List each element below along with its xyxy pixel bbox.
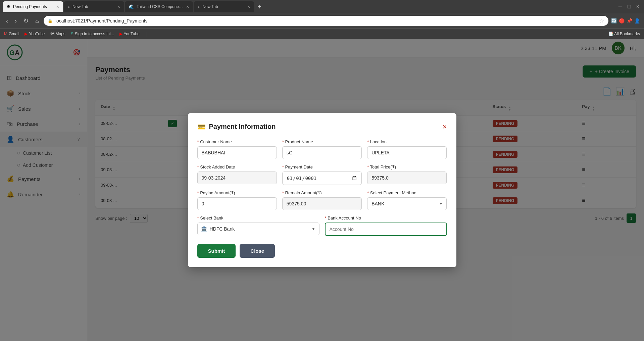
form-row-4: * Select Bank 🏦 HDFC Bank SBI Bank ICICI… bbox=[197, 215, 447, 236]
product-name-label: * Product Name bbox=[282, 139, 362, 144]
home-button[interactable]: ⌂ bbox=[33, 16, 41, 26]
back-button[interactable]: ‹ bbox=[4, 16, 10, 26]
close-window-button[interactable]: × bbox=[634, 2, 641, 11]
address-text: localhost:7021/Payment/Pending_Payments bbox=[55, 18, 596, 23]
location-label: * Location bbox=[367, 139, 447, 144]
payment-date-input[interactable] bbox=[282, 172, 362, 185]
maximize-button[interactable]: □ bbox=[626, 2, 633, 11]
total-price-label: * Total Price(₹) bbox=[367, 164, 447, 169]
tab-title-3: Tailwind CSS Components - Tai... bbox=[137, 4, 184, 9]
form-row-2: * Stock Added Date * Payment Date * To bbox=[197, 164, 447, 185]
tab-close-3[interactable]: × bbox=[186, 4, 189, 9]
select-bank-group: * Select Bank 🏦 HDFC Bank SBI Bank ICICI… bbox=[197, 215, 319, 236]
tab-title-1: Pending Payments bbox=[13, 4, 47, 9]
customer-name-label: * Customer Name bbox=[197, 139, 277, 144]
bank-account-group: * Bank Account No bbox=[325, 215, 447, 236]
modal-actions: Submit Close bbox=[197, 244, 447, 258]
bank-account-label: * Bank Account No bbox=[325, 215, 447, 221]
submit-button[interactable]: Submit bbox=[197, 244, 236, 258]
close-button[interactable]: Close bbox=[240, 244, 275, 258]
payment-method-select[interactable]: BANK CASH UPI bbox=[367, 197, 447, 210]
new-tab-button[interactable]: + bbox=[255, 3, 264, 11]
tab-favicon-1: ⚙ bbox=[7, 4, 10, 9]
bookmark-star-button[interactable]: ☆ bbox=[599, 17, 604, 25]
bookmark-gmail[interactable]: M Gmail bbox=[4, 32, 19, 36]
bookmark-youtube-2[interactable]: ▶ YouTube bbox=[119, 32, 140, 36]
tab-tailwind[interactable]: 🌊 Tailwind CSS Components - Tai... × bbox=[125, 1, 193, 12]
payment-method-group: * Select Payment Method BANK CASH UPI bbox=[367, 190, 447, 210]
paying-amount-group: * Paying Amount(₹) bbox=[197, 190, 277, 210]
tab-close-1[interactable]: × bbox=[56, 4, 59, 9]
stock-date-group: * Stock Added Date bbox=[197, 164, 277, 185]
tab-title-2: New Tab bbox=[72, 4, 88, 9]
bank-account-input[interactable] bbox=[325, 223, 447, 236]
paying-amount-input[interactable] bbox=[197, 197, 277, 210]
tab-new-2[interactable]: ● New Tab × bbox=[194, 1, 254, 12]
modal-overlay[interactable]: 💳 Payment Information × * Customer Name … bbox=[0, 39, 644, 341]
credit-card-icon: 💳 bbox=[197, 123, 206, 131]
tab-bar: ⚙ Pending Payments × ● New Tab × 🌊 Tailw… bbox=[0, 0, 644, 13]
payment-method-select-wrapper: BANK CASH UPI bbox=[367, 197, 447, 210]
gmail-icon: M bbox=[4, 32, 7, 36]
youtube-icon-1: ▶ bbox=[24, 32, 28, 36]
remain-amount-group: * Remain Amount(₹) bbox=[282, 190, 362, 210]
app-wrapper: G A 🎯 ⊞ Dashboard 📦 Stock › 🛒 Sales › 🛍 bbox=[0, 39, 644, 341]
form-row-3: * Paying Amount(₹) * Remain Amount(₹) * bbox=[197, 190, 447, 210]
bank-select-wrapper: 🏦 HDFC Bank SBI Bank ICICI Bank Axis Ban… bbox=[197, 223, 319, 235]
location-input[interactable] bbox=[367, 146, 447, 159]
payment-info-modal: 💳 Payment Information × * Customer Name … bbox=[188, 113, 456, 267]
customer-name-input[interactable] bbox=[197, 146, 277, 159]
bookmark-signin[interactable]: S Sign in to access thi... bbox=[71, 32, 114, 36]
bookmark-youtube-1[interactable]: ▶ YouTube bbox=[24, 32, 45, 36]
address-bar[interactable]: 🔒 localhost:7021/Payment/Pending_Payment… bbox=[44, 16, 608, 26]
form-row-1: * Customer Name * Product Name * Locat bbox=[197, 139, 447, 159]
tab-title-4: New Tab bbox=[202, 4, 218, 9]
bookmarks-bar: M Gmail ▶ YouTube 🗺 Maps S Sign in to ac… bbox=[0, 28, 644, 39]
payment-date-label: * Payment Date bbox=[282, 164, 362, 169]
remain-amount-label: * Remain Amount(₹) bbox=[282, 190, 362, 195]
navigation-bar: ‹ › ↻ ⌂ 🔒 localhost:7021/Payment/Pending… bbox=[0, 13, 644, 28]
stock-date-input bbox=[197, 172, 277, 184]
tab-favicon-4: ● bbox=[198, 5, 200, 9]
tab-pending-payments[interactable]: ⚙ Pending Payments × bbox=[3, 1, 63, 12]
modal-close-button[interactable]: × bbox=[443, 123, 447, 131]
minimize-button[interactable]: ─ bbox=[616, 2, 624, 11]
extension-icons: 🔄 🔴 📌 👤 bbox=[611, 18, 640, 23]
payment-date-group: * Payment Date bbox=[282, 164, 362, 185]
product-name-input[interactable] bbox=[282, 146, 362, 159]
bookmark-maps[interactable]: 🗺 Maps bbox=[50, 32, 65, 36]
modal-title: 💳 Payment Information bbox=[197, 123, 276, 131]
maps-icon: 🗺 bbox=[50, 32, 54, 36]
paying-amount-label: * Paying Amount(₹) bbox=[197, 190, 277, 195]
all-bookmarks-link[interactable]: 📑 All Bookmarks bbox=[608, 32, 640, 36]
product-name-group: * Product Name bbox=[282, 139, 362, 159]
tab-close-2[interactable]: × bbox=[117, 4, 120, 9]
location-group: * Location bbox=[367, 139, 447, 159]
stock-date-label: * Stock Added Date bbox=[197, 164, 277, 169]
select-bank-label: * Select Bank bbox=[197, 215, 319, 221]
bookmarks-separator: | bbox=[146, 31, 148, 37]
ext1-icon[interactable]: 🔴 bbox=[619, 18, 625, 23]
ext3-icon[interactable]: 👤 bbox=[634, 18, 640, 23]
sync-icon: 🔄 bbox=[611, 18, 617, 23]
forward-button[interactable]: › bbox=[13, 16, 19, 26]
youtube-icon-2: ▶ bbox=[119, 32, 122, 36]
remain-amount-input bbox=[282, 197, 362, 210]
total-price-group: * Total Price(₹) bbox=[367, 164, 447, 185]
bank-select[interactable]: HDFC Bank SBI Bank ICICI Bank Axis Bank bbox=[197, 223, 319, 235]
modal-header: 💳 Payment Information × bbox=[197, 123, 447, 131]
total-price-input bbox=[367, 172, 447, 184]
hdfc-bank-icon: 🏦 bbox=[201, 226, 207, 232]
payment-method-label: * Select Payment Method bbox=[367, 190, 447, 195]
ext2-icon[interactable]: 📌 bbox=[627, 18, 632, 23]
tab-new-1[interactable]: ● New Tab × bbox=[64, 1, 124, 12]
lock-icon: 🔒 bbox=[48, 18, 53, 23]
tab-favicon-2: ● bbox=[68, 5, 70, 9]
signin-icon: S bbox=[71, 32, 73, 36]
tab-favicon-3: 🌊 bbox=[129, 4, 134, 9]
reload-button[interactable]: ↻ bbox=[21, 16, 31, 26]
customer-name-group: * Customer Name bbox=[197, 139, 277, 159]
tab-close-4[interactable]: × bbox=[247, 4, 250, 9]
